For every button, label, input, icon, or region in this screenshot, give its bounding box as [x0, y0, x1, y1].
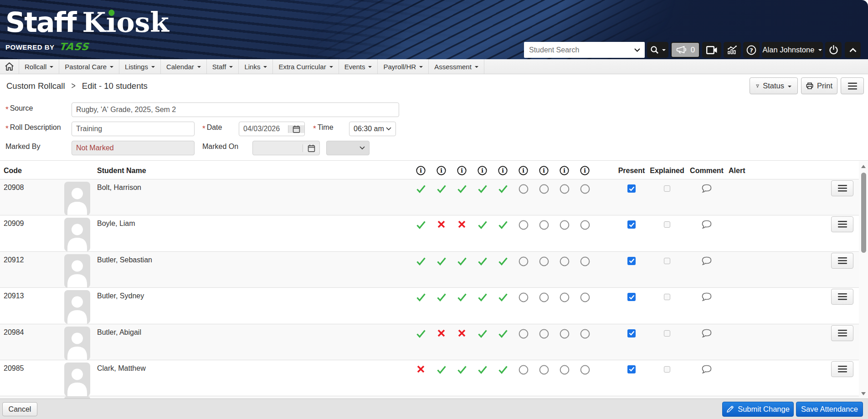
breadcrumb-section[interactable]: Custom Rollcall	[6, 81, 65, 91]
source-input[interactable]: Rugby, 'A' Grade, 2025, Sem 2	[72, 102, 399, 117]
row-menu-button[interactable]	[831, 216, 853, 232]
unmarked-radio-icon[interactable]	[560, 329, 570, 339]
status-button[interactable]: Status	[750, 77, 798, 94]
unmarked-radio-icon[interactable]	[539, 184, 549, 194]
save-attendance-button[interactable]: Save Attendance	[796, 402, 863, 417]
unmarked-radio-icon[interactable]	[519, 184, 529, 194]
mark-unmarked[interactable]	[534, 324, 554, 360]
mark-unmarked[interactable]	[575, 252, 595, 288]
mark-unmarked[interactable]	[554, 252, 575, 288]
nav-item-calendar[interactable]: Calendar	[161, 59, 207, 74]
mark-unmarked[interactable]	[534, 360, 554, 396]
unmarked-radio-icon[interactable]	[580, 220, 590, 230]
mark-unmarked[interactable]	[534, 252, 554, 288]
table-scrollbar[interactable]	[859, 161, 868, 399]
unmarked-radio-icon[interactable]	[519, 292, 529, 302]
noticeboard-button[interactable]: 0	[671, 42, 700, 58]
comment-bubble-icon[interactable]	[701, 256, 712, 266]
nav-item-extra-curricular[interactable]: Extra Curricular	[273, 59, 339, 74]
mark-unmarked[interactable]	[554, 324, 575, 360]
roll-description-input[interactable]: Training	[72, 122, 195, 136]
present-checkbox[interactable]	[627, 220, 636, 229]
mark-unmarked[interactable]	[513, 288, 534, 324]
unmarked-radio-icon[interactable]	[560, 184, 570, 194]
row-menu-button[interactable]	[831, 325, 853, 341]
unmarked-radio-icon[interactable]	[539, 220, 549, 230]
mark-unmarked[interactable]	[554, 360, 575, 396]
student-search-select[interactable]: Student Search	[524, 42, 645, 58]
explained-checkbox[interactable]	[664, 330, 670, 337]
mark-unmarked[interactable]	[513, 179, 534, 215]
collapse-header-button[interactable]	[845, 42, 861, 58]
comment-bubble-icon[interactable]	[701, 220, 712, 230]
unmarked-radio-icon[interactable]	[519, 329, 529, 339]
comment-bubble-icon[interactable]	[701, 292, 712, 302]
comment-bubble-icon[interactable]	[701, 184, 712, 194]
mark-unmarked[interactable]	[575, 288, 595, 324]
mark-unmarked[interactable]	[534, 179, 554, 215]
cancel-button[interactable]: Cancel	[2, 402, 37, 416]
info-icon[interactable]: i	[519, 166, 528, 175]
unmarked-radio-icon[interactable]	[539, 329, 549, 339]
info-icon[interactable]: i	[560, 166, 569, 175]
help-button[interactable]: ?	[743, 42, 760, 58]
info-icon[interactable]: i	[416, 166, 426, 175]
time-select[interactable]: 06:30 am	[349, 122, 396, 136]
mark-unmarked[interactable]	[554, 215, 575, 251]
search-button[interactable]	[647, 42, 668, 58]
unmarked-radio-icon[interactable]	[580, 365, 590, 375]
present-checkbox[interactable]	[627, 257, 636, 265]
comment-bubble-icon[interactable]	[701, 365, 712, 374]
explained-checkbox[interactable]	[664, 366, 670, 373]
nav-item-rollcall[interactable]: Rollcall	[19, 59, 59, 74]
info-icon[interactable]: i	[498, 166, 508, 175]
unmarked-radio-icon[interactable]	[539, 365, 549, 375]
nav-item-pastoral-care[interactable]: Pastoral Care	[59, 59, 119, 74]
mark-unmarked[interactable]	[513, 252, 534, 288]
info-icon[interactable]: i	[580, 166, 590, 175]
explained-checkbox[interactable]	[664, 221, 670, 228]
mark-unmarked[interactable]	[534, 288, 554, 324]
info-icon[interactable]: i	[539, 166, 549, 175]
mark-unmarked[interactable]	[513, 360, 534, 396]
scrollbar-down-arrow[interactable]	[859, 389, 868, 398]
date-picker-button[interactable]	[288, 125, 304, 133]
print-button[interactable]: Print	[801, 77, 837, 94]
logout-button[interactable]	[825, 42, 842, 58]
mark-unmarked[interactable]	[513, 215, 534, 251]
scrollbar-thumb[interactable]	[861, 173, 866, 253]
present-checkbox[interactable]	[627, 293, 636, 301]
row-menu-button[interactable]	[831, 289, 853, 305]
mark-unmarked[interactable]	[554, 288, 575, 324]
unmarked-radio-icon[interactable]	[519, 256, 529, 266]
video-button[interactable]	[702, 42, 721, 58]
nav-item-payroll-hr[interactable]: Payroll/HR	[378, 59, 429, 74]
unmarked-radio-icon[interactable]	[560, 220, 570, 230]
mark-unmarked[interactable]	[575, 215, 595, 251]
info-icon[interactable]: i	[437, 166, 446, 175]
explained-checkbox[interactable]	[664, 258, 670, 264]
mark-unmarked[interactable]	[575, 360, 595, 396]
nav-item-staff[interactable]: Staff	[207, 59, 239, 74]
comment-bubble-icon[interactable]	[701, 329, 712, 338]
explained-checkbox[interactable]	[664, 185, 670, 192]
unmarked-radio-icon[interactable]	[539, 292, 549, 302]
scrollbar-up-arrow[interactable]	[859, 162, 868, 171]
analytics-button[interactable]	[724, 42, 741, 58]
unmarked-radio-icon[interactable]	[560, 365, 570, 375]
nav-item-links[interactable]: Links	[239, 59, 273, 74]
nav-home[interactable]	[0, 59, 19, 74]
unmarked-radio-icon[interactable]	[539, 256, 549, 266]
nav-item-assessment[interactable]: Assessment	[429, 59, 484, 74]
mark-unmarked[interactable]	[513, 324, 534, 360]
unmarked-radio-icon[interactable]	[560, 292, 570, 302]
unmarked-radio-icon[interactable]	[580, 256, 590, 266]
unmarked-radio-icon[interactable]	[560, 256, 570, 266]
mark-unmarked[interactable]	[575, 179, 595, 215]
explained-checkbox[interactable]	[664, 294, 670, 300]
present-checkbox[interactable]	[627, 184, 636, 193]
row-menu-button[interactable]	[831, 180, 853, 196]
info-icon[interactable]: i	[478, 166, 487, 175]
mark-unmarked[interactable]	[534, 215, 554, 251]
row-menu-button[interactable]	[831, 361, 853, 377]
